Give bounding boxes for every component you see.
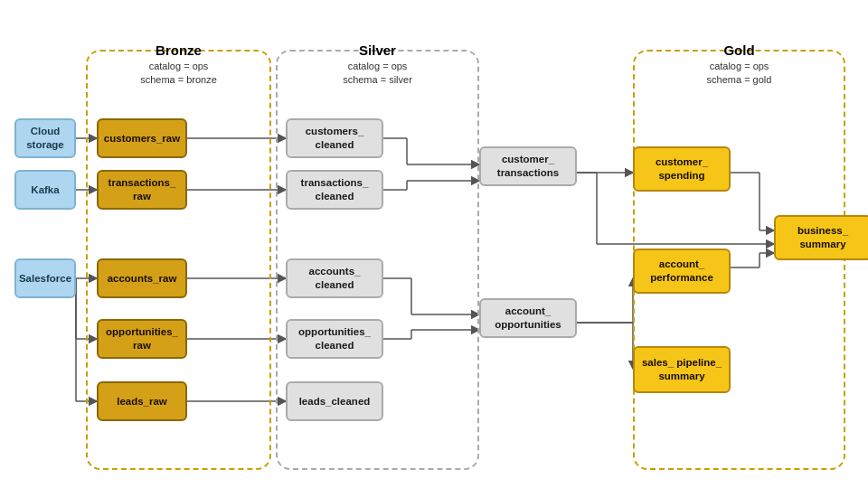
gold-subtitle: catalog = ops schema = gold (635, 60, 844, 88)
silver-header: Silver catalog = ops schema = silver (278, 42, 477, 88)
node-opportunities-cleaned: opportunities_ cleaned (286, 319, 383, 359)
node-transactions-raw: transactions_ raw (97, 170, 187, 210)
source-kafka: Kafka (14, 170, 76, 210)
node-accounts-cleaned: accounts_ cleaned (286, 258, 383, 298)
source-salesforce: Salesforce (14, 258, 76, 298)
node-leads-raw: leads_raw (97, 381, 187, 421)
node-customer-spending: customer_ spending (633, 146, 731, 192)
bronze-title: Bronze (88, 42, 269, 58)
silver-subtitle: catalog = ops schema = silver (278, 60, 477, 88)
node-opportunities-raw: opportunities_ raw (97, 319, 187, 359)
node-customers-raw: customers_raw (97, 118, 187, 158)
source-cloud-storage: Cloud storage (14, 118, 76, 158)
node-sales-pipeline-summary: sales_ pipeline_ summary (633, 346, 731, 393)
diagram-container: Bronze catalog = ops schema = bronze Sil… (0, 0, 868, 488)
bronze-header: Bronze catalog = ops schema = bronze (88, 42, 269, 88)
silver-title: Silver (278, 42, 477, 58)
node-business-summary: business_ summary (774, 215, 868, 260)
node-customers-cleaned: customers_ cleaned (286, 118, 383, 158)
node-accounts-raw: accounts_raw (97, 258, 187, 298)
node-leads-cleaned: leads_cleaned (286, 381, 383, 421)
node-transactions-cleaned: transactions_ cleaned (286, 170, 383, 210)
node-account-performance: account_ performance (633, 249, 731, 294)
node-customer-transactions: customer_ transactions (479, 146, 577, 186)
gold-title: Gold (635, 42, 844, 58)
bronze-subtitle: catalog = ops schema = bronze (88, 60, 269, 88)
gold-header: Gold catalog = ops schema = gold (635, 42, 844, 88)
node-account-opportunities: account_ opportunities (479, 298, 577, 338)
